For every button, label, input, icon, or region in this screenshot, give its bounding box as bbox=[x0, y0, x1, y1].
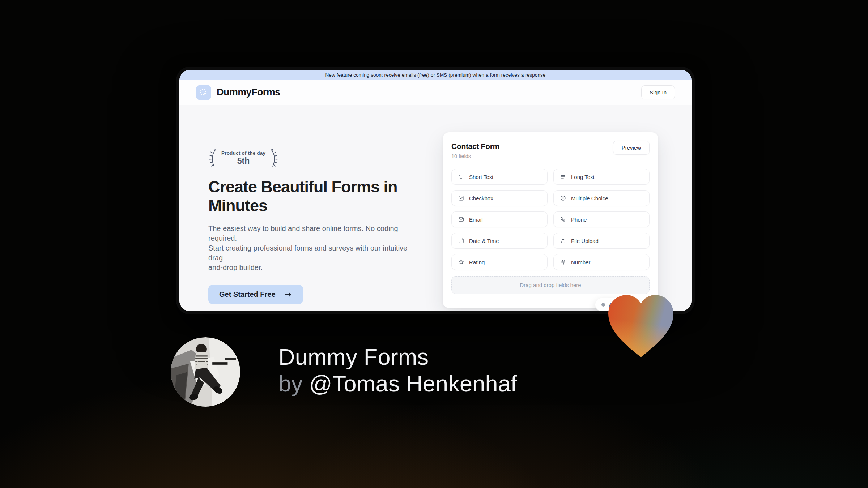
field-type-button[interactable]: Short Text bbox=[451, 169, 548, 185]
hero-description: The easiest way to build and share onlin… bbox=[208, 224, 422, 273]
field-type-label: Rating bbox=[469, 259, 485, 265]
checkbox-icon bbox=[458, 195, 464, 201]
award-title: Product of the day bbox=[221, 150, 265, 156]
get-started-button[interactable]: Get Started Free bbox=[208, 285, 303, 304]
field-type-label: Date & Time bbox=[469, 238, 499, 244]
form-builder-card: Contact Form 10 fields Preview Short Tex… bbox=[443, 132, 658, 308]
field-type-button[interactable]: Long Text bbox=[553, 169, 650, 185]
field-type-button[interactable]: File Upload bbox=[553, 233, 650, 249]
site-header: DummyForms Sign In bbox=[179, 80, 692, 105]
award-text: Product of the day 5th bbox=[221, 150, 265, 166]
field-type-button[interactable]: Date & Time bbox=[451, 233, 548, 249]
attribution: Dummy Forms by @Tomas Henkenhaf bbox=[278, 343, 517, 397]
field-type-label: Number bbox=[571, 259, 590, 265]
hero-title: Create Beautiful Forms inMinutes bbox=[208, 177, 422, 215]
award-rank: 5th bbox=[221, 156, 265, 166]
sign-in-button[interactable]: Sign In bbox=[641, 85, 675, 99]
field-type-button[interactable]: Phone bbox=[553, 211, 650, 227]
announcement-banner: New feature coming soon: receive emails … bbox=[179, 70, 692, 80]
preview-button[interactable]: Preview bbox=[613, 141, 650, 155]
announcement-text: New feature coming soon: receive emails … bbox=[326, 72, 546, 78]
field-type-label: Long Text bbox=[571, 174, 595, 180]
attribution-title: Dummy Forms bbox=[278, 343, 517, 370]
hash-icon bbox=[560, 259, 566, 265]
field-type-button[interactable]: Number bbox=[553, 254, 650, 270]
star-icon bbox=[458, 259, 464, 265]
email-icon bbox=[458, 216, 464, 223]
browser-window: New feature coming soon: receive emails … bbox=[176, 67, 695, 314]
field-type-button[interactable]: Email bbox=[451, 211, 548, 227]
laurel-right-icon bbox=[269, 148, 278, 168]
product-of-day-badge: Product of the day 5th bbox=[208, 148, 278, 168]
heart-icon bbox=[605, 291, 677, 359]
field-type-label: Multiple Choice bbox=[571, 195, 608, 201]
field-type-label: Short Text bbox=[469, 174, 493, 180]
field-type-button[interactable]: Multiple Choice bbox=[553, 190, 650, 206]
hero-section: Product of the day 5th Create Beautiful … bbox=[179, 105, 692, 311]
field-type-label: Phone bbox=[571, 217, 587, 223]
field-type-label: Email bbox=[469, 217, 483, 223]
phone-icon bbox=[560, 216, 566, 223]
field-type-button[interactable]: Rating bbox=[451, 254, 548, 270]
hero-copy: Product of the day 5th Create Beautiful … bbox=[208, 148, 422, 304]
arrow-right-icon bbox=[284, 291, 292, 298]
field-type-label: File Upload bbox=[571, 238, 599, 244]
byline-name: @Tomas Henkenhaf bbox=[309, 371, 517, 396]
multiple-choice-icon bbox=[560, 195, 566, 201]
attribution-byline: by @Tomas Henkenhaf bbox=[278, 370, 517, 397]
calendar-icon bbox=[458, 237, 464, 244]
cursor-select-icon bbox=[199, 88, 208, 97]
laurel-left-icon bbox=[208, 148, 218, 168]
field-type-grid: Short Text Long Text Checkbox Mu bbox=[451, 169, 650, 270]
field-type-button[interactable]: Checkbox bbox=[451, 190, 548, 206]
field-type-label: Checkbox bbox=[469, 195, 493, 201]
short-text-icon bbox=[458, 174, 464, 180]
long-text-icon bbox=[560, 174, 566, 180]
cta-label: Get Started Free bbox=[219, 290, 276, 299]
author-avatar bbox=[171, 337, 240, 407]
landing-page: New feature coming soon: receive emails … bbox=[179, 70, 692, 311]
byline-prefix: by bbox=[278, 371, 303, 396]
upload-icon bbox=[560, 237, 566, 244]
brand-logo[interactable] bbox=[196, 85, 211, 100]
drag-drop-text: Drag and drop fields here bbox=[520, 282, 581, 288]
brand-name: DummyForms bbox=[217, 87, 280, 98]
